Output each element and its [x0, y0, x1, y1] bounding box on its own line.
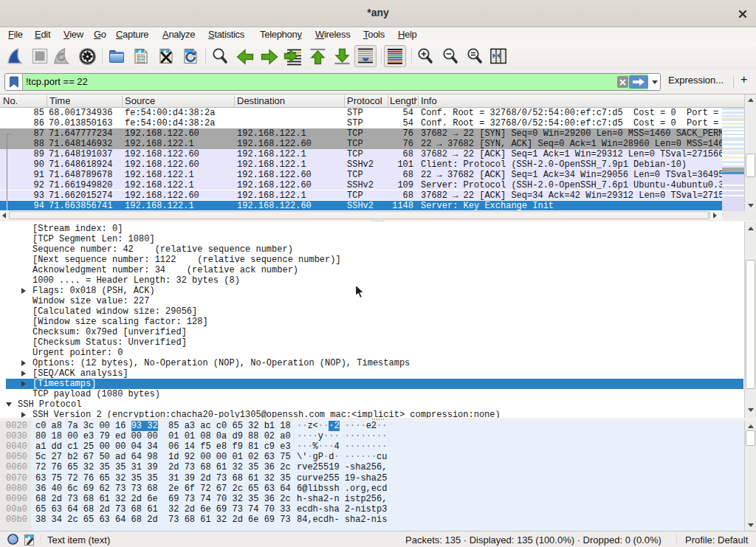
svg-text:0111: 0111 [137, 60, 145, 63]
